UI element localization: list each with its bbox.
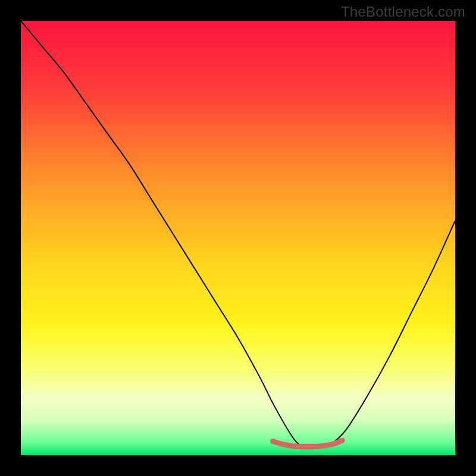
chart-container: TheBottleneck.com <box>0 0 476 476</box>
gradient-background <box>21 21 455 455</box>
chart-svg <box>21 21 455 455</box>
plot-area <box>21 21 455 455</box>
watermark-text: TheBottleneck.com <box>341 4 465 20</box>
